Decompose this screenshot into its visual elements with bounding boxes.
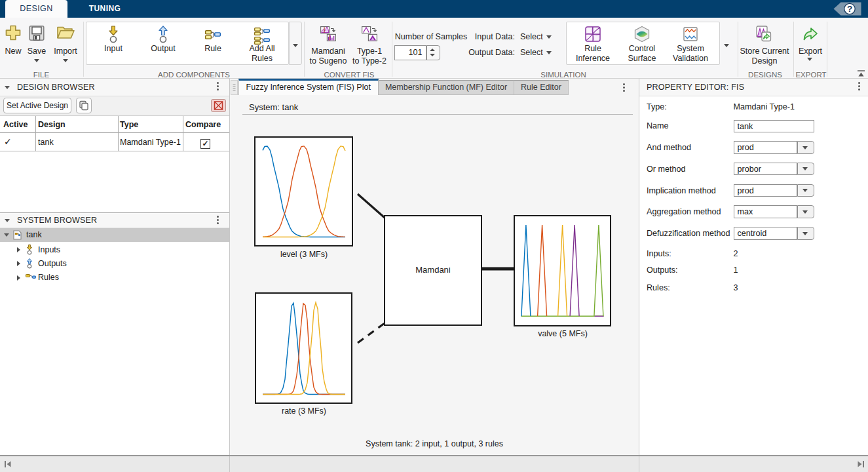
svg-text:?: ? — [847, 4, 852, 14]
